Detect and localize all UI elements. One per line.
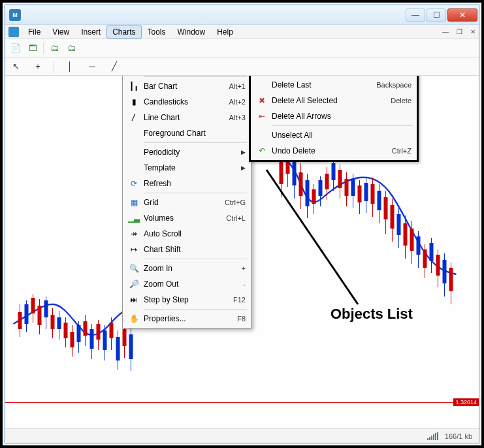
menu-refresh[interactable]: ⟳ Refresh <box>124 176 250 191</box>
candlestick-icon: ▮ <box>127 95 141 108</box>
svg-line-90 <box>266 170 358 304</box>
menu-insert[interactable]: Insert <box>75 25 106 39</box>
menubar: File View Insert Charts Tools Window Hel… <box>5 25 479 39</box>
price-tag: 1.32614 <box>453 398 479 406</box>
menu-auto-scroll[interactable]: ↠ Auto Scroll <box>124 226 250 242</box>
svg-rect-21 <box>84 321 88 336</box>
chevron-right-icon: ▶ <box>241 165 246 171</box>
menu-charts[interactable]: Charts <box>106 25 141 39</box>
svg-rect-83 <box>430 243 434 261</box>
mdi-minimize-button[interactable]: — <box>440 27 451 37</box>
svg-rect-85 <box>436 255 440 276</box>
titlebar: M — ☐ ✕ <box>5 5 479 25</box>
svg-rect-11 <box>51 315 55 329</box>
menu-file[interactable]: File <box>22 25 46 39</box>
svg-rect-81 <box>423 249 427 268</box>
menu-zoom-out[interactable]: 🔎 Zoom Out - <box>124 276 250 292</box>
menu-zoom-in[interactable]: 🔍 Zoom In + <box>124 261 250 276</box>
svg-rect-3 <box>25 304 29 324</box>
svg-rect-75 <box>404 223 408 246</box>
chart-area[interactable]: 1.32614 Objects List 📊 Indicators List C… <box>5 76 479 428</box>
app-logo-icon: M <box>9 9 21 21</box>
svg-rect-1 <box>18 312 22 329</box>
menu-line-chart[interactable]: 〳 Line Chart Alt+3 <box>124 110 250 125</box>
toolbar-primary: 📄 🗔 🗂 🗂 <box>5 39 479 57</box>
svg-rect-19 <box>77 325 81 342</box>
delete-arrows-icon: ⇤ <box>255 110 269 123</box>
properties-icon: ✋ <box>127 312 141 325</box>
menu-chart-shift[interactable]: ↦ Chart Shift <box>124 242 250 257</box>
app-icon <box>5 27 22 37</box>
step-icon: ⏭ <box>127 293 141 306</box>
maximize-button[interactable]: ☐ <box>427 8 446 22</box>
toolbar-secondary: ↖ + │ ─ ╱ <box>5 57 479 76</box>
chart-shift-icon: ↦ <box>127 243 141 256</box>
new-chart-icon[interactable]: 📄 <box>8 41 24 56</box>
refresh-icon: ⟳ <box>127 177 141 190</box>
svg-rect-87 <box>443 260 447 283</box>
mdi-close-button[interactable]: ✕ <box>467 27 479 37</box>
svg-rect-73 <box>397 214 401 235</box>
svg-rect-31 <box>116 337 120 360</box>
submenu-undo-delete[interactable]: ↶ Undo Delete Ctrl+Z <box>252 143 415 159</box>
menu-view[interactable]: View <box>46 25 75 39</box>
svg-rect-69 <box>384 197 388 219</box>
menu-foreground-chart[interactable]: Foreground Chart <box>124 125 250 141</box>
vertical-line-icon[interactable]: │ <box>62 59 78 74</box>
svg-rect-35 <box>129 334 133 359</box>
charts-menu: 📊 Indicators List Ctrl+I Objects ▶ ┃╻ Ba… <box>122 76 251 328</box>
svg-rect-29 <box>110 323 114 338</box>
close-button[interactable]: ✕ <box>447 8 477 22</box>
line-chart-icon: 〳 <box>127 111 141 124</box>
app-window: M — ☐ ✕ File View Insert Charts Tools Wi… <box>5 5 479 443</box>
menu-help[interactable]: Help <box>211 25 239 39</box>
submenu-delete-all-arrows[interactable]: ⇤ Delete All Arrows <box>252 108 415 124</box>
menu-bar-chart[interactable]: ┃╻ Bar Chart Alt+1 <box>124 78 250 94</box>
svg-rect-15 <box>64 323 68 338</box>
svg-rect-17 <box>71 332 74 347</box>
profiles-icon[interactable]: 🗔 <box>25 41 40 56</box>
svg-rect-13 <box>57 317 61 329</box>
menu-periodicity[interactable]: Periodicity ▶ <box>124 144 250 160</box>
annotation-arrow <box>260 167 384 317</box>
delete-selected-icon: ✖ <box>255 94 269 107</box>
navigator-icon[interactable]: 🗂 <box>63 41 79 56</box>
undo-icon: ↶ <box>255 144 269 157</box>
zoom-out-icon: 🔎 <box>127 278 141 291</box>
bar-chart-icon: ┃╻ <box>127 80 141 93</box>
grid-icon: ▦ <box>127 196 141 209</box>
minimize-button[interactable]: — <box>406 8 425 22</box>
submenu-unselect-all[interactable]: Unselect All <box>252 127 415 143</box>
menu-window[interactable]: Window <box>172 25 212 39</box>
svg-rect-5 <box>31 298 35 313</box>
mdi-restore-button[interactable]: ❐ <box>453 27 465 37</box>
svg-rect-89 <box>449 268 453 291</box>
market-watch-icon[interactable]: 🗂 <box>46 41 62 56</box>
horizontal-line-icon[interactable]: ─ <box>84 59 100 74</box>
svg-rect-7 <box>38 306 42 325</box>
menu-grid[interactable]: ▦ Grid Ctrl+G <box>124 195 250 210</box>
submenu-delete-last[interactable]: Delete Last Backspace <box>252 77 415 93</box>
auto-scroll-icon: ↠ <box>127 227 141 240</box>
submenu-delete-all-selected[interactable]: ✖ Delete All Selected Delete <box>252 93 415 108</box>
price-line <box>5 402 479 403</box>
cursor-icon[interactable]: ↖ <box>8 59 24 74</box>
menu-tools[interactable]: Tools <box>142 25 172 39</box>
crosshair-icon[interactable]: + <box>30 59 46 74</box>
svg-rect-79 <box>417 236 421 255</box>
svg-rect-77 <box>410 229 414 251</box>
menu-template[interactable]: Template ▶ <box>124 160 250 176</box>
volumes-icon: ▁▃ <box>127 212 141 225</box>
menu-candlesticks[interactable]: ▮ Candlesticks Alt+2 <box>124 94 250 110</box>
svg-rect-23 <box>90 329 94 349</box>
svg-rect-25 <box>97 324 101 340</box>
menu-step-by-step[interactable]: ⏭ Step by Step F12 <box>124 292 250 308</box>
menu-volumes[interactable]: ▁▃ Volumes Ctrl+L <box>124 210 250 226</box>
svg-rect-71 <box>391 205 395 229</box>
status-text: 166/1 kb <box>445 432 472 440</box>
menu-properties[interactable]: ✋ Properties... F8 <box>124 311 250 327</box>
connection-signal-icon <box>427 432 438 440</box>
statusbar: 166/1 kb <box>5 428 479 443</box>
svg-rect-33 <box>123 329 127 346</box>
trendline-icon[interactable]: ╱ <box>106 59 122 74</box>
